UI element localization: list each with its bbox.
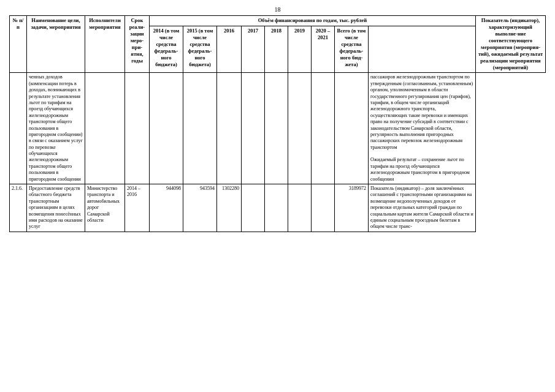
cell-2020-216: [312, 184, 335, 232]
cell-num-cont: [10, 73, 27, 184]
header-2018: 2018: [265, 26, 288, 73]
table-row-continuation: ченных доходов (компенсации потерь в дох…: [10, 73, 546, 184]
header-financing: Объём финансирования по годам, тыс. рубл…: [150, 16, 476, 26]
cell-2016-cont: [217, 73, 242, 184]
cell-2019-cont: [288, 73, 312, 184]
header-period: Срок реали-зации меро-при-ятия, годы: [125, 16, 150, 73]
cell-2014-cont: [150, 73, 183, 184]
cell-exec-cont: [85, 73, 125, 184]
cell-2020-cont: [312, 73, 335, 184]
cell-name-cont: ченных доходов (компенсации потерь в дох…: [27, 73, 85, 184]
header-2017: 2017: [242, 26, 265, 73]
cell-2015-cont: [183, 73, 217, 184]
cell-2014-216: 944098: [150, 184, 183, 232]
cell-2018-cont: [265, 73, 288, 184]
cell-indicator-cont: пассажиров железнодорожным транспортом п…: [369, 73, 476, 184]
header-2015: 2015 (в том числе средства федераль-ного…: [183, 26, 217, 73]
cell-2017-cont: [242, 73, 265, 184]
cell-indicator-216: Показатель (индикатор) – доля заключённы…: [369, 184, 476, 232]
page: 18 № п/п Наименование цели, задачи, меро…: [0, 0, 555, 392]
cell-exec-216: Министерство транспорта и автомобильных …: [85, 184, 125, 232]
main-table: № п/п Наименование цели, задачи, меропри…: [9, 15, 546, 232]
header-num: № п/п: [10, 16, 27, 73]
header-total: Всего (в том числе средства федераль-ног…: [335, 26, 369, 73]
cell-2015-216: 943594: [183, 184, 217, 232]
cell-num-216: 2.1.6.: [10, 184, 27, 232]
header-2014: 2014 (в том числе средства федераль-ного…: [150, 26, 183, 73]
cell-2017-216: [242, 184, 265, 232]
header-exec: Исполнители мероприятия: [85, 16, 125, 73]
cell-name-216: Предоставление средств областного бюджет…: [27, 184, 85, 232]
header-row-1: № п/п Наименование цели, задачи, меропри…: [10, 16, 546, 26]
cell-total-cont: [335, 73, 369, 184]
header-2019: 2019: [288, 26, 312, 73]
header-2020: 2020 – 2021: [312, 26, 335, 73]
cell-period-cont: [125, 73, 150, 184]
cell-period-216: 2014 – 2016: [125, 184, 150, 232]
page-number: 18: [9, 6, 546, 13]
cell-2016-216: 1302280: [217, 184, 242, 232]
header-indicator: Показатель (индикатор), характеризующий …: [476, 16, 546, 73]
cell-total-216: 3189972: [335, 184, 369, 232]
cell-2018-216: [265, 184, 288, 232]
cell-2019-216: [288, 184, 312, 232]
table-row-2-1-6: 2.1.6. Предоставление средств областного…: [10, 184, 546, 232]
header-2016: 2016: [217, 26, 242, 73]
header-name: Наименование цели, задачи, мероприятия: [27, 16, 85, 73]
